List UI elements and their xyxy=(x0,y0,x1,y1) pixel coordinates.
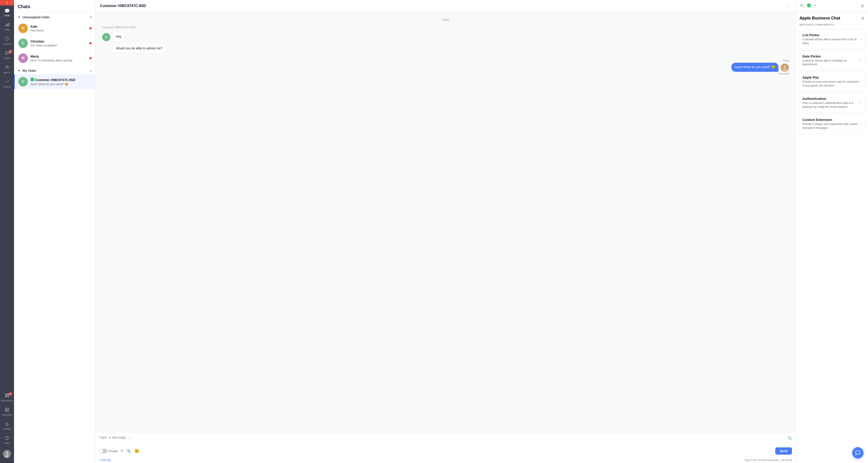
unassigned-count: 3 xyxy=(90,16,92,19)
chat-list-panel: Chats ▼ Unassigned chats 3 K Kate Hey th… xyxy=(14,0,95,463)
svg-rect-10 xyxy=(5,396,7,397)
customer-avatar: C xyxy=(18,77,28,86)
christian-preview: Are these available? xyxy=(31,44,89,47)
outbound-message-group: Craig Sure! What do you need? 😀 Delivere… xyxy=(102,59,789,75)
abc-badge-icon xyxy=(31,78,34,82)
plus-icon[interactable]: + xyxy=(814,4,816,8)
svg-rect-5 xyxy=(5,52,9,54)
sidebar-item-traffic[interactable]: Traffic xyxy=(0,20,14,34)
refresh-icon[interactable]: ↻ xyxy=(788,436,792,441)
sidebar-item-chats[interactable]: 💬 Chats xyxy=(0,5,14,20)
user-avatar-container[interactable] xyxy=(0,447,14,463)
unassigned-chevron: ▼ xyxy=(18,16,21,19)
svg-point-6 xyxy=(6,66,7,67)
christian-name: Christian xyxy=(31,39,89,43)
svg-text:✓: ✓ xyxy=(808,4,810,7)
apple-pay-desc: Provide an easy and secure way for custo… xyxy=(802,80,860,88)
svg-point-7 xyxy=(7,66,9,67)
mychats-section-header[interactable]: ▼ My chats 1 xyxy=(14,66,95,74)
component-apple-pay[interactable]: Apple Pay Provide an easy and secure way… xyxy=(799,71,865,91)
person-icon[interactable] xyxy=(800,3,804,9)
delivered-label: Delivered xyxy=(102,72,789,75)
nav-top-badge: 3 xyxy=(0,0,14,5)
online-indicator xyxy=(9,456,11,458)
message-circle-icon[interactable]: ✓ xyxy=(807,3,811,9)
agents-icon xyxy=(5,65,9,70)
maria-avatar: M xyxy=(18,53,28,63)
mychats-list: C Customer #0BC9747C-8SD Sure! What do y… xyxy=(14,74,95,89)
date-divider: Today xyxy=(102,18,789,21)
sidebar-nav: 3 💬 Chats Traffic Archives 3 Tickets Age… xyxy=(0,0,14,463)
emoji-icon[interactable]: 😊 xyxy=(134,448,139,454)
sidebar-item-reports[interactable]: Reports xyxy=(0,77,14,91)
message-row-1: C Hey xyxy=(102,32,789,41)
marketplace-badge: 1 xyxy=(9,392,12,396)
svg-point-16 xyxy=(7,439,7,439)
maria-info: Maria Hey! I'm wondeing about pricing xyxy=(31,55,89,62)
agent-photo xyxy=(781,64,789,72)
right-panel-close[interactable]: ✕ xyxy=(861,3,864,9)
right-panel-title: Apple Business Chat xyxy=(800,16,840,21)
support-chat-bubble[interactable] xyxy=(852,447,864,459)
reports-icon xyxy=(5,79,9,85)
chat-main: Customer #0BC9747C-8SD ··· Today Custome… xyxy=(95,0,796,463)
message-row-3: Sure! What do you need? 😀 xyxy=(102,63,789,72)
kate-avatar: K xyxy=(18,24,28,33)
sidebar-item-marketplace[interactable]: 1 Marketplace xyxy=(0,390,14,405)
svg-rect-12 xyxy=(5,408,9,409)
gear-icon[interactable]: ⚙ xyxy=(861,16,864,20)
chat-item-maria[interactable]: M Maria Hey! I'm wondeing about pricing xyxy=(14,51,95,66)
unassigned-section-header[interactable]: ▼ Unassigned chats 3 xyxy=(14,12,95,21)
christian-info: Christian Are these available? xyxy=(31,39,89,47)
traffic-label: Traffic xyxy=(4,29,10,31)
component-authentication[interactable]: Authentication Pass a customer's authent… xyxy=(799,93,865,113)
svg-rect-14 xyxy=(5,411,9,411)
sidebar-item-archives[interactable]: Archives xyxy=(0,34,14,48)
private-toggle[interactable]: Private xyxy=(99,449,118,453)
messages-area: Today Customer #0BC9747C-8SD C Hey Would… xyxy=(95,12,796,432)
customer-name: Customer #0BC9747C-8SD xyxy=(35,78,75,82)
add-tag-link[interactable]: + Add tag xyxy=(99,459,111,462)
tickets-label: Tickets xyxy=(3,57,10,60)
chat-header-menu[interactable]: ··· xyxy=(786,3,791,8)
traffic-icon xyxy=(5,22,9,28)
sidebar-item-tickets[interactable]: 3 Tickets xyxy=(0,48,14,62)
agents-label: Agents xyxy=(3,71,10,74)
archives-icon xyxy=(5,36,9,42)
unassigned-title: Unassigned chats xyxy=(23,16,90,19)
private-switch[interactable] xyxy=(99,449,107,453)
settings-icon: ⚙ xyxy=(5,422,9,427)
message-input[interactable] xyxy=(99,436,786,445)
svg-rect-0 xyxy=(5,25,6,26)
user-avatar xyxy=(3,450,11,458)
rp-title-row: Apple Business Chat ⚙ xyxy=(796,12,868,22)
component-list-picker[interactable]: List Picker Customer will be able to cho… xyxy=(799,29,865,49)
sidebar-item-settings[interactable]: ⚙ Settings xyxy=(0,419,14,433)
component-date-picker[interactable]: Date Picker Customer will be able to sch… xyxy=(799,51,865,70)
svg-rect-2 xyxy=(7,23,8,26)
footer-hint: Type # for canned responses : for emoji xyxy=(744,459,792,462)
chat-item-christian[interactable]: C Christian Are these available? xyxy=(14,36,95,51)
chat-list-title: Chats xyxy=(14,0,95,12)
christian-avatar: C xyxy=(18,38,28,48)
chat-footer-meta: + Add tag Type # for canned responses : … xyxy=(95,457,796,463)
sidebar-item-agents[interactable]: Agents xyxy=(0,62,14,77)
kate-unread-dot xyxy=(89,27,92,29)
maria-name: Maria xyxy=(31,55,89,58)
inbound-avatar-1: C xyxy=(102,33,111,41)
sidebar-item-help[interactable]: Help xyxy=(0,433,14,447)
svg-rect-1 xyxy=(6,24,7,26)
customer-name-row: Customer #0BC9747C-8SD xyxy=(31,78,92,82)
attachment-icon[interactable]: 📎 xyxy=(126,448,131,454)
chat-item-kate[interactable]: K Kate Hey there! xyxy=(14,21,95,36)
svg-rect-11 xyxy=(7,396,9,397)
hashtag-icon[interactable]: # xyxy=(121,449,123,454)
chat-item-customer[interactable]: C Customer #0BC9747C-8SD Sure! What do y… xyxy=(14,74,95,89)
reports-label: Reports xyxy=(3,86,11,88)
component-custom-extension[interactable]: Custom Extension Provide a unique user e… xyxy=(799,114,865,134)
customer-preview: Sure! What do you need? 😀 xyxy=(31,82,92,86)
sidebar-item-subscribe[interactable]: Subscribe xyxy=(0,405,14,419)
svg-point-22 xyxy=(783,65,786,68)
send-button[interactable]: Send xyxy=(775,447,792,455)
message-bubble-3: Sure! What do you need? 😀 xyxy=(732,63,778,72)
